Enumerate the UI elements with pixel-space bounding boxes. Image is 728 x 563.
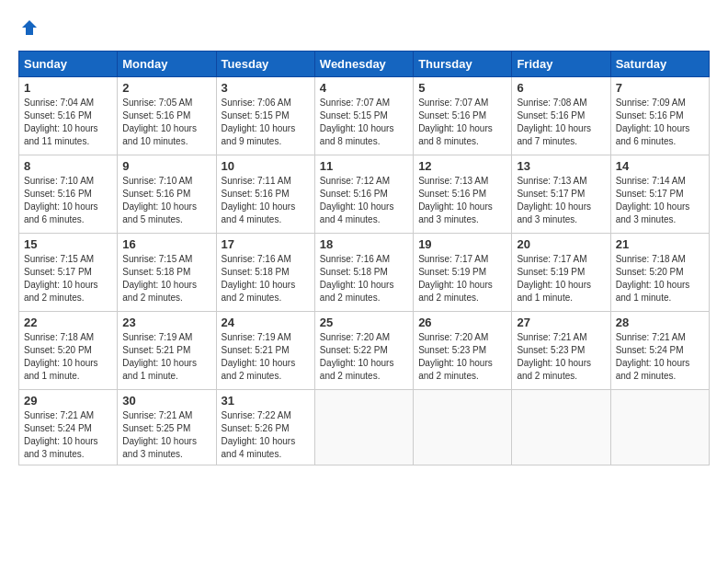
day-info: Sunrise: 7:21 AM Sunset: 5:23 PM Dayligh…	[517, 331, 605, 383]
calendar-cell: 22Sunrise: 7:18 AM Sunset: 5:20 PM Dayli…	[19, 312, 118, 390]
calendar-header: SundayMondayTuesdayWednesdayThursdayFrid…	[19, 52, 710, 77]
day-number: 16	[122, 237, 210, 251]
calendar-cell: 21Sunrise: 7:18 AM Sunset: 5:20 PM Dayli…	[610, 234, 709, 312]
day-info: Sunrise: 7:04 AM Sunset: 5:16 PM Dayligh…	[24, 97, 112, 148]
day-number: 23	[122, 316, 210, 329]
calendar-week-4: 22Sunrise: 7:18 AM Sunset: 5:20 PM Dayli…	[19, 312, 710, 390]
calendar-cell: 10Sunrise: 7:11 AM Sunset: 5:16 PM Dayli…	[216, 155, 314, 234]
header	[18, 18, 710, 41]
calendar-week-2: 8Sunrise: 7:10 AM Sunset: 5:16 PM Daylig…	[19, 155, 710, 234]
day-info: Sunrise: 7:16 AM Sunset: 5:18 PM Dayligh…	[222, 253, 310, 304]
day-info: Sunrise: 7:19 AM Sunset: 5:21 PM Dayligh…	[222, 331, 310, 383]
day-info: Sunrise: 7:20 AM Sunset: 5:22 PM Dayligh…	[320, 331, 408, 383]
calendar-cell: 8Sunrise: 7:10 AM Sunset: 5:16 PM Daylig…	[19, 155, 118, 234]
weekday-header-saturday: Saturday	[610, 52, 709, 77]
day-number: 5	[418, 81, 506, 95]
day-number: 9	[122, 159, 210, 173]
day-info: Sunrise: 7:11 AM Sunset: 5:16 PM Dayligh…	[222, 175, 310, 226]
calendar-cell: 11Sunrise: 7:12 AM Sunset: 5:16 PM Dayli…	[314, 155, 413, 234]
calendar-cell: 14Sunrise: 7:14 AM Sunset: 5:17 PM Dayli…	[610, 155, 709, 234]
day-info: Sunrise: 7:18 AM Sunset: 5:20 PM Dayligh…	[616, 253, 704, 304]
day-info: Sunrise: 7:13 AM Sunset: 5:16 PM Dayligh…	[418, 175, 506, 226]
day-number: 7	[616, 81, 704, 95]
day-number: 6	[517, 81, 605, 95]
day-number: 30	[122, 394, 210, 408]
weekday-header-friday: Friday	[512, 52, 610, 77]
day-info: Sunrise: 7:22 AM Sunset: 5:26 PM Dayligh…	[222, 409, 310, 461]
day-number: 29	[24, 394, 112, 408]
calendar-cell: 25Sunrise: 7:20 AM Sunset: 5:22 PM Dayli…	[314, 312, 413, 390]
svg-marker-0	[22, 20, 37, 35]
day-number: 17	[222, 237, 310, 251]
calendar-cell: 9Sunrise: 7:10 AM Sunset: 5:16 PM Daylig…	[118, 155, 216, 234]
calendar-cell: 6Sunrise: 7:08 AM Sunset: 5:16 PM Daylig…	[512, 77, 610, 155]
day-info: Sunrise: 7:07 AM Sunset: 5:16 PM Dayligh…	[418, 97, 506, 148]
day-number: 10	[222, 159, 310, 173]
calendar-cell: 2Sunrise: 7:05 AM Sunset: 5:16 PM Daylig…	[118, 77, 216, 155]
calendar-cell	[414, 390, 512, 465]
day-number: 14	[616, 159, 704, 173]
day-info: Sunrise: 7:12 AM Sunset: 5:16 PM Dayligh…	[320, 175, 408, 226]
day-info: Sunrise: 7:21 AM Sunset: 5:25 PM Dayligh…	[122, 409, 210, 461]
calendar-cell: 27Sunrise: 7:21 AM Sunset: 5:23 PM Dayli…	[512, 312, 610, 390]
day-number: 22	[24, 316, 112, 329]
calendar-cell	[512, 390, 610, 465]
day-info: Sunrise: 7:05 AM Sunset: 5:16 PM Dayligh…	[122, 97, 210, 148]
day-info: Sunrise: 7:08 AM Sunset: 5:16 PM Dayligh…	[517, 97, 605, 148]
calendar-cell: 7Sunrise: 7:09 AM Sunset: 5:16 PM Daylig…	[610, 77, 709, 155]
day-number: 25	[320, 316, 408, 329]
day-number: 4	[320, 81, 408, 95]
day-info: Sunrise: 7:15 AM Sunset: 5:18 PM Dayligh…	[122, 253, 210, 304]
calendar-cell: 26Sunrise: 7:20 AM Sunset: 5:23 PM Dayli…	[414, 312, 512, 390]
calendar-cell: 15Sunrise: 7:15 AM Sunset: 5:17 PM Dayli…	[19, 234, 118, 312]
calendar-cell: 28Sunrise: 7:21 AM Sunset: 5:24 PM Dayli…	[610, 312, 709, 390]
calendar-cell: 4Sunrise: 7:07 AM Sunset: 5:15 PM Daylig…	[314, 77, 413, 155]
day-number: 26	[418, 316, 506, 329]
day-info: Sunrise: 7:06 AM Sunset: 5:15 PM Dayligh…	[222, 97, 310, 148]
day-info: Sunrise: 7:19 AM Sunset: 5:21 PM Dayligh…	[122, 331, 210, 383]
day-info: Sunrise: 7:21 AM Sunset: 5:24 PM Dayligh…	[616, 331, 704, 383]
calendar-body: 1Sunrise: 7:04 AM Sunset: 5:16 PM Daylig…	[19, 77, 710, 465]
calendar-cell: 30Sunrise: 7:21 AM Sunset: 5:25 PM Dayli…	[118, 390, 216, 465]
weekday-header-monday: Monday	[118, 52, 216, 77]
day-info: Sunrise: 7:20 AM Sunset: 5:23 PM Dayligh…	[418, 331, 506, 383]
day-info: Sunrise: 7:14 AM Sunset: 5:17 PM Dayligh…	[616, 175, 704, 226]
day-number: 21	[616, 237, 704, 251]
day-number: 11	[320, 159, 408, 173]
day-info: Sunrise: 7:17 AM Sunset: 5:19 PM Dayligh…	[418, 253, 506, 304]
weekday-header-sunday: Sunday	[19, 52, 118, 77]
calendar-cell	[314, 390, 413, 465]
header-row: SundayMondayTuesdayWednesdayThursdayFrid…	[19, 52, 710, 77]
day-info: Sunrise: 7:18 AM Sunset: 5:20 PM Dayligh…	[24, 331, 112, 383]
day-number: 20	[517, 237, 605, 251]
day-number: 31	[222, 394, 310, 408]
calendar-cell: 1Sunrise: 7:04 AM Sunset: 5:16 PM Daylig…	[19, 77, 118, 155]
day-info: Sunrise: 7:13 AM Sunset: 5:17 PM Dayligh…	[517, 175, 605, 226]
day-info: Sunrise: 7:17 AM Sunset: 5:19 PM Dayligh…	[517, 253, 605, 304]
day-info: Sunrise: 7:09 AM Sunset: 5:16 PM Dayligh…	[616, 97, 704, 148]
calendar-cell: 17Sunrise: 7:16 AM Sunset: 5:18 PM Dayli…	[216, 234, 314, 312]
calendar-cell: 5Sunrise: 7:07 AM Sunset: 5:16 PM Daylig…	[414, 77, 512, 155]
logo	[18, 18, 39, 41]
day-number: 27	[517, 316, 605, 329]
day-info: Sunrise: 7:10 AM Sunset: 5:16 PM Dayligh…	[24, 175, 112, 226]
calendar-cell	[610, 390, 709, 465]
day-number: 1	[24, 81, 112, 95]
weekday-header-wednesday: Wednesday	[314, 52, 413, 77]
day-info: Sunrise: 7:21 AM Sunset: 5:24 PM Dayligh…	[24, 409, 112, 461]
day-number: 15	[24, 237, 112, 251]
day-number: 24	[222, 316, 310, 329]
day-number: 28	[616, 316, 704, 329]
weekday-header-tuesday: Tuesday	[216, 52, 314, 77]
calendar-cell: 12Sunrise: 7:13 AM Sunset: 5:16 PM Dayli…	[414, 155, 512, 234]
calendar-week-5: 29Sunrise: 7:21 AM Sunset: 5:24 PM Dayli…	[19, 390, 710, 465]
day-number: 19	[418, 237, 506, 251]
calendar-cell: 13Sunrise: 7:13 AM Sunset: 5:17 PM Dayli…	[512, 155, 610, 234]
day-info: Sunrise: 7:16 AM Sunset: 5:18 PM Dayligh…	[320, 253, 408, 304]
day-number: 2	[122, 81, 210, 95]
calendar-week-3: 15Sunrise: 7:15 AM Sunset: 5:17 PM Dayli…	[19, 234, 710, 312]
day-number: 18	[320, 237, 408, 251]
day-info: Sunrise: 7:15 AM Sunset: 5:17 PM Dayligh…	[24, 253, 112, 304]
day-number: 3	[222, 81, 310, 95]
day-number: 13	[517, 159, 605, 173]
